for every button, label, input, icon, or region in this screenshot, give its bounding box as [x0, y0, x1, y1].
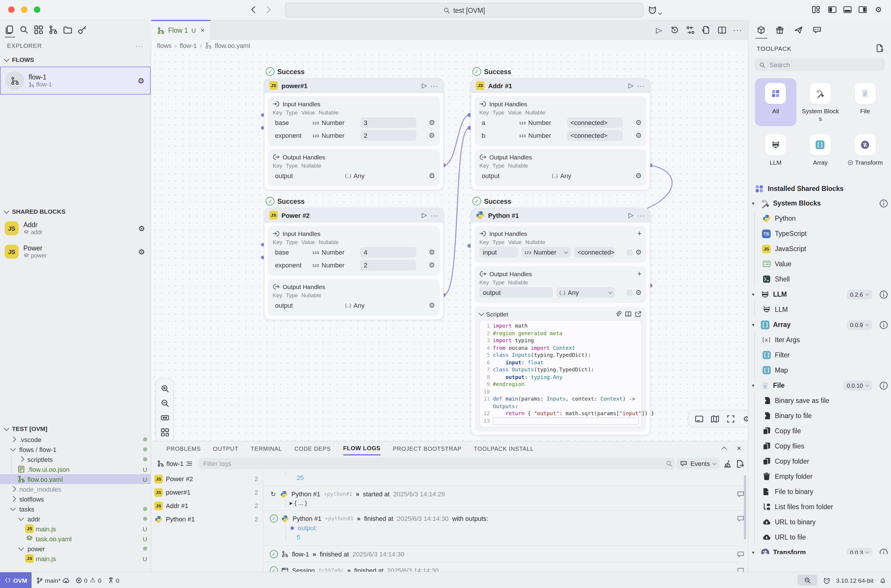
tree-item-power[interactable]: power [0, 544, 151, 554]
handle-gear-icon[interactable]: ⚙ [635, 118, 642, 127]
remote-indicator[interactable]: OVM [0, 572, 32, 588]
folder-icon[interactable] [63, 25, 72, 34]
key-icon[interactable] [78, 25, 87, 34]
tree-item-scriptlets[interactable]: scriptlets [0, 454, 151, 464]
tab-flow-1[interactable]: Flow 1 U × [151, 20, 211, 40]
fit-width-icon[interactable] [160, 413, 169, 422]
log-flow-selector[interactable]: flow-1 [155, 460, 195, 467]
toolpack-tile-file[interactable]: File [844, 78, 886, 126]
toolpack-block-filter[interactable]: Filter [748, 347, 891, 363]
flow-canvas[interactable]: ✓SuccessJSpower#1▷···Input HandlesKeyTyp… [151, 51, 748, 441]
toolpack-section-transform[interactable]: ▾Transform0.0.3 [748, 545, 891, 554]
zoom-indicator[interactable] [798, 574, 818, 586]
avatar-menu-chevron[interactable] [658, 11, 662, 15]
input-row-exponent[interactable]: exponent123Number2⚙ [273, 129, 435, 142]
input-row-exponent[interactable]: exponent123Number2⚙ [273, 259, 435, 272]
toolpack-block-empty-folder[interactable]: Empty folder [748, 469, 891, 484]
tree-item-tasks[interactable]: tasks [0, 504, 151, 514]
value-input[interactable]: 2 [360, 130, 416, 141]
toggle-panel-icon[interactable] [695, 414, 704, 423]
breadcrumb[interactable]: flows› flow-1› flow.oo.yaml [151, 40, 748, 51]
toolpack-block-value[interactable]: Value [748, 256, 891, 272]
tree-item-addr[interactable]: addr [0, 514, 151, 524]
log-scrollbar[interactable] [744, 475, 746, 540]
toolpack-block-file-to-binary[interactable]: File to binary [748, 484, 891, 499]
toolpack-section-system-blocks[interactable]: ▾System Blocks [748, 196, 891, 211]
output-row-output[interactable]: output{..}Any⚙ [479, 286, 642, 299]
node-header[interactable]: JSPower #2▷··· [264, 208, 443, 222]
toolpack-tile-all[interactable]: All [755, 78, 796, 126]
run-node-button[interactable]: ▷ [628, 212, 633, 219]
toolpack-block-binary-to-file[interactable]: Binary to file [748, 408, 891, 423]
comment-icon[interactable] [737, 567, 744, 572]
input-row-input[interactable]: input123Number<connected>⚙ [479, 246, 642, 259]
export-flow-icon[interactable] [702, 26, 711, 34]
tree-item--flow-ui-oo-json[interactable]: .flow.ui.oo.jsonU [0, 464, 151, 474]
info-icon[interactable] [876, 381, 891, 390]
panel-tab-terminal[interactable]: TERMINAL [251, 441, 282, 456]
extensions-icon[interactable] [34, 25, 43, 34]
panel-tab-flow-logs[interactable]: FLOW LOGS [343, 441, 380, 456]
tree-item-main-js[interactable]: JSmain.jsU [0, 524, 151, 534]
output-row-output[interactable]: output{..}Any⚙ [479, 170, 642, 182]
flow-node-power2[interactable]: ✓SuccessJSPower #2▷···Input HandlesKeyTy… [264, 208, 444, 320]
comment-icon[interactable] [737, 515, 744, 522]
toolpack-search[interactable] [755, 58, 885, 71]
log-events-dropdown[interactable]: Events [676, 458, 720, 470]
log-search-icon[interactable] [666, 460, 673, 467]
log-node-power-2[interactable]: JSPower #22 [155, 473, 258, 484]
shared-blocks-section-header[interactable]: SHARED BLOCKS [4, 208, 65, 215]
shared-block-power[interactable]: JS Power power ⚙ [0, 241, 151, 263]
run-node-button[interactable]: ▷ [422, 212, 427, 219]
sync-icon[interactable] [63, 577, 69, 584]
output-row-output[interactable]: output{..}Any⚙ [273, 170, 435, 182]
value-input[interactable]: 2 [360, 260, 416, 270]
node-menu-button[interactable]: ··· [637, 82, 645, 89]
handle-gear-icon[interactable]: ⚙ [635, 288, 642, 297]
flow-node-power1[interactable]: ✓SuccessJSpower#1▷···Input HandlesKeyTyp… [264, 78, 444, 190]
flows-activity-icon[interactable] [48, 25, 58, 34]
info-icon[interactable] [876, 199, 891, 208]
tree-item-task-oo-yaml[interactable]: task.oo.yamlU [0, 534, 151, 544]
flow-settings-gear-icon[interactable]: ⚙ [136, 76, 146, 85]
panel-tab-problems[interactable]: PROBLEMS [166, 441, 201, 456]
attach-icon[interactable] [615, 310, 622, 317]
toolpack-block-binary-save-as-file[interactable]: Binary save as file [748, 393, 891, 408]
toolpack-tile-array[interactable]: Array [800, 130, 841, 173]
toolpack-block-copy-file[interactable]: Copy file [748, 423, 891, 438]
toolpack-block-url-to-binary[interactable]: URL to binary [748, 514, 891, 530]
node-menu-button[interactable]: ··· [430, 82, 438, 89]
toolpack-block-iter-args[interactable]: [x]Iter Args [748, 332, 891, 347]
shared-block-addr[interactable]: JS Addr addr ⚙ [0, 217, 151, 239]
toolpack-block-typescript[interactable]: TSTypeScript [748, 226, 891, 241]
command-center-search[interactable]: test [OVM] [285, 3, 644, 18]
log-row-started[interactable]: ↻ Python #1 +python#1 » started at 2025/… [270, 489, 744, 499]
log-node-python-1[interactable]: Python #12 [155, 513, 258, 525]
info-icon[interactable] [876, 290, 891, 298]
new-toolpack-icon[interactable] [875, 44, 884, 52]
tree-item-node-modules[interactable]: node_modules [0, 484, 151, 494]
comment-icon[interactable] [737, 550, 744, 558]
shared-block-gear-icon[interactable]: ⚙ [137, 224, 146, 233]
node-menu-button[interactable]: ··· [430, 212, 438, 219]
log-filter-input[interactable] [199, 458, 675, 470]
search-sidebar-icon[interactable] [19, 25, 28, 34]
version-dropdown[interactable]: 0.0.9 [847, 320, 873, 330]
tree-item-flow-oo-yaml[interactable]: flow.oo.yamlU [0, 474, 151, 484]
handle-gear-icon[interactable]: ⚙ [429, 172, 435, 180]
log-row-session-finished[interactable]: ✓ Session fc597a9c » finished at 2025/6/… [270, 566, 744, 572]
history-back-button[interactable] [249, 5, 258, 14]
output-row-output[interactable]: output{..}Any⚙ [273, 299, 435, 312]
toolpack-block-copy-flies[interactable]: Copy flies [748, 438, 891, 454]
panel-tab-project-bootstrap[interactable]: PROJECT BOOTSTRAP [393, 441, 462, 456]
toolpack-tile-transform[interactable]: Transform [844, 130, 886, 173]
nullable-checkbox[interactable] [627, 290, 633, 296]
handle-gear-icon[interactable]: ⚙ [635, 248, 642, 256]
zoom-in-icon[interactable] [160, 384, 169, 393]
panel-close-icon[interactable]: × [735, 444, 743, 453]
open-external-icon[interactable] [634, 310, 642, 317]
log-node-addr-1[interactable]: JSAddr #12 [155, 500, 258, 512]
input-row-a[interactable]: a123Number<connected>⚙ [479, 116, 642, 129]
toolpack-block-javascript[interactable]: JSJavaScript [748, 241, 891, 256]
handle-gear-icon[interactable]: ⚙ [635, 172, 642, 180]
